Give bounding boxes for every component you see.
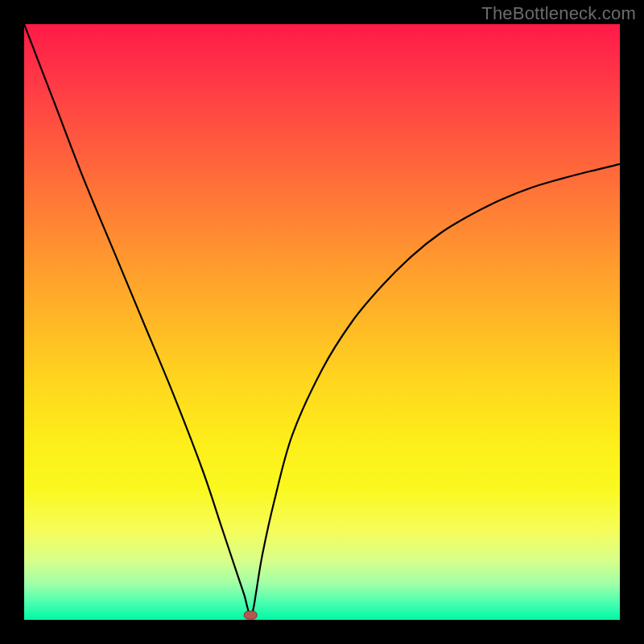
plot-area: [24, 24, 620, 620]
curve-line: [24, 24, 620, 617]
chart-frame: TheBottleneck.com: [0, 0, 644, 644]
bottleneck-curve: [24, 24, 620, 620]
watermark-text: TheBottleneck.com: [481, 3, 636, 24]
minimum-marker: [244, 611, 257, 619]
